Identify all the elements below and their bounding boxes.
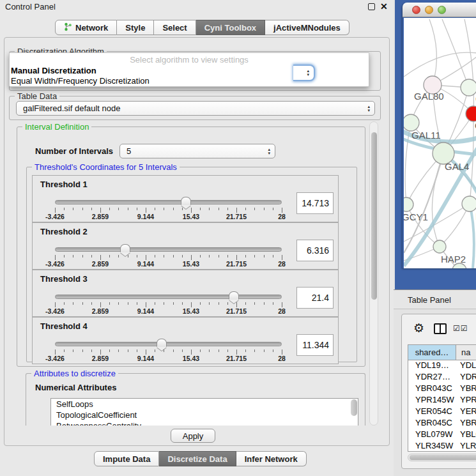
- apply-button[interactable]: Apply: [171, 429, 215, 443]
- threshold-slider[interactable]: [55, 247, 282, 252]
- network-node[interactable]: [433, 240, 446, 253]
- cell-shared-name: YBL079W: [408, 429, 456, 441]
- slider-ticks: [55, 302, 282, 307]
- tick-mark: [100, 208, 101, 213]
- hscrollbar-thumb[interactable]: [410, 455, 476, 460]
- tab-network[interactable]: Network: [55, 20, 117, 35]
- network-node[interactable]: [404, 197, 413, 211]
- attributes-group: Attributes to discretize Numerical Attri…: [26, 373, 365, 426]
- scrollbar-thumb[interactable]: [371, 132, 377, 300]
- threshold-value-field[interactable]: 14.713: [296, 192, 334, 214]
- tick-mark: [55, 349, 56, 355]
- network-icon: [64, 22, 72, 33]
- table-header-row: shared…na: [408, 345, 476, 360]
- tick-mark: [109, 302, 110, 305]
- slider-thumb[interactable]: [181, 197, 191, 205]
- dropdown-hint: Select algorithm to view settings: [10, 55, 369, 65]
- network-view-window: GAL80GCGAL11GAL4GCY1HHAP2: [403, 3, 476, 268]
- tick-mark: [200, 255, 201, 257]
- attributes-scrollbar[interactable]: [351, 399, 357, 416]
- list-item[interactable]: SelfLoops: [51, 399, 358, 410]
- tick-mark: [200, 349, 201, 352]
- table-row[interactable]: YLR345WYLR3: [408, 441, 476, 452]
- tick-mark: [100, 255, 101, 260]
- bottom-tab-discretize-data[interactable]: Discretize Data: [159, 451, 236, 466]
- settings-vertical-scrollbar[interactable]: [369, 121, 378, 426]
- tick-mark: [209, 302, 210, 305]
- tick-mark: [182, 349, 183, 352]
- bottom-tab-impute-data[interactable]: Impute Data: [94, 451, 159, 466]
- close-icon[interactable]: ✕: [380, 1, 388, 12]
- network-node[interactable]: [462, 196, 476, 211]
- tick-label: 2.859: [92, 355, 109, 362]
- table-row[interactable]: YDR27…YDR2: [408, 372, 476, 383]
- cell-name: YBR0: [456, 418, 476, 429]
- slider-thumb[interactable]: [120, 244, 130, 252]
- tick-mark: [82, 349, 83, 352]
- slider-thumb[interactable]: [229, 291, 239, 300]
- threshold-label: Threshold 3: [40, 274, 88, 284]
- numerical-attributes-list[interactable]: SelfLoopsTopologicalCoefficientBetweenne…: [50, 398, 358, 426]
- tab-style[interactable]: Style: [117, 20, 154, 35]
- close-traffic-light-icon[interactable]: [412, 6, 420, 14]
- network-node[interactable]: [461, 79, 476, 96]
- threshold-value-field[interactable]: 6.316: [296, 240, 334, 261]
- tick-mark: [282, 208, 282, 213]
- threshold-slider[interactable]: [55, 295, 282, 299]
- slider-tick-labels: -3.4262.8599.14415.4321.71528: [55, 355, 282, 362]
- column-layout-icon[interactable]: [434, 323, 447, 334]
- control-panel-titlebar: Control Panel ✕: [0, 0, 394, 13]
- column-header[interactable]: na: [456, 345, 476, 360]
- table-row[interactable]: YBR043CYBR0: [408, 383, 476, 395]
- dropdown-item[interactable]: Equal Width/Frequency Discretization: [11, 76, 150, 86]
- tab-cyni-toolbox[interactable]: Cyni Toolbox: [196, 20, 265, 35]
- column-header[interactable]: shared…: [408, 345, 456, 360]
- threshold-value-field[interactable]: 11.344: [296, 334, 334, 356]
- threshold-slider[interactable]: [55, 200, 282, 204]
- tab-jactivemnodules[interactable]: jActiveMNodules: [265, 20, 349, 35]
- minimize-traffic-light-icon[interactable]: [425, 6, 433, 14]
- tick-mark: [164, 349, 164, 352]
- network-node[interactable]: [466, 106, 476, 121]
- table-data-combobox[interactable]: galFiltered.sif default node ▴▾: [16, 101, 375, 116]
- table-row[interactable]: YPR145WYPR1: [408, 395, 476, 406]
- dropdown-item[interactable]: Manual Discretization: [11, 66, 96, 75]
- table-horizontal-scrollbar[interactable]: [408, 454, 476, 461]
- threshold-panel: Threshold 2-3.4262.8599.14415.4321.71528…: [32, 222, 339, 270]
- number-of-intervals-combobox[interactable]: 5 ▴▾: [119, 144, 275, 158]
- zoom-traffic-light-icon[interactable]: [438, 6, 446, 14]
- tab-select[interactable]: Select: [154, 20, 196, 35]
- node-label: GAL11: [411, 130, 441, 141]
- tick-mark: [73, 255, 73, 257]
- list-item[interactable]: BetweennessCentrality: [51, 420, 358, 426]
- tick-mark: [155, 302, 155, 305]
- tick-mark: [118, 302, 119, 305]
- list-item[interactable]: TopologicalCoefficient: [51, 410, 358, 420]
- table-row[interactable]: YDL19…YDL1: [408, 360, 476, 372]
- checkbox-toggle-icons[interactable]: ☑☑: [453, 324, 468, 333]
- cell-name: YPR1: [456, 395, 476, 406]
- threshold-panel: Threshold 1-3.4262.8599.14415.4321.71528…: [32, 175, 339, 222]
- tick-label: 15.43: [183, 260, 199, 268]
- float-window-icon[interactable]: [368, 3, 375, 10]
- tick-mark: [209, 255, 210, 257]
- network-canvas[interactable]: GAL80GCGAL11GAL4GCY1HHAP2: [404, 18, 476, 268]
- algorithm-combobox-focused[interactable]: ▴▾: [293, 65, 315, 81]
- threshold-value-field[interactable]: 21.4: [296, 287, 334, 309]
- gear-icon[interactable]: ⚙: [413, 321, 424, 335]
- table-row[interactable]: YBL079WYBL0: [408, 429, 476, 441]
- tick-mark: [82, 208, 83, 210]
- number-of-intervals-value: 5: [127, 146, 131, 156]
- tab-label: Style: [125, 23, 145, 33]
- network-node[interactable]: [404, 114, 419, 131]
- tick-mark: [137, 255, 137, 257]
- threshold-slider[interactable]: [55, 342, 282, 346]
- table-row[interactable]: YER054CYER0: [408, 406, 476, 418]
- bottom-tab-infer-network[interactable]: Infer Network: [236, 451, 307, 466]
- slider-thumb[interactable]: [157, 339, 167, 347]
- table-row[interactable]: YBR045CYBR0: [408, 418, 476, 429]
- node-table: shared…na YDL19…YDL1YDR27…YDR2YBR043CYBR…: [408, 344, 476, 452]
- tick-mark: [236, 255, 237, 260]
- settings-scrollview: Interval Definition Number of Intervals …: [9, 121, 381, 426]
- tab-label: Network: [75, 23, 108, 33]
